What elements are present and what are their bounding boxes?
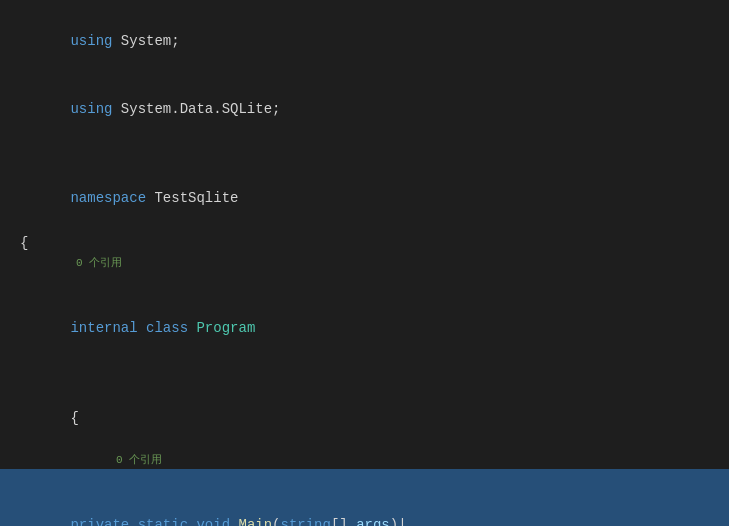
- line-1: using System;: [0, 8, 729, 75]
- line-2: using System.Data.SQLite;: [0, 75, 729, 142]
- code-editor: using System; using System.Data.SQLite; …: [0, 0, 729, 526]
- hint-1: 0 个引用: [0, 254, 729, 272]
- line-5: {: [0, 232, 729, 254]
- hint-2: 0 个引用: [0, 451, 729, 469]
- line-main: private static void Main(string[] args)|: [0, 469, 729, 526]
- line-4: namespace TestSqlite: [0, 165, 729, 232]
- line-3: [0, 142, 729, 164]
- line-7: {: [0, 362, 729, 452]
- line-6: internal class Program: [0, 272, 729, 362]
